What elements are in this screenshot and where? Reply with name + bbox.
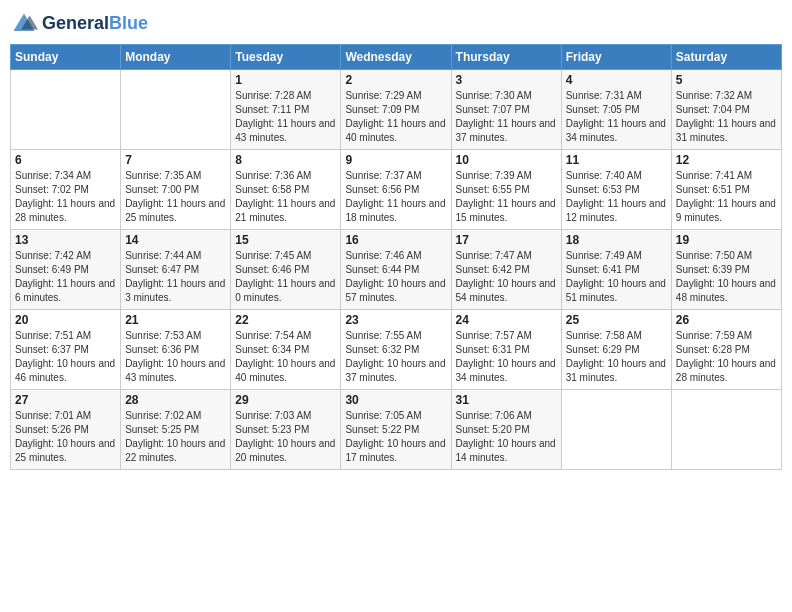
- day-number: 6: [15, 153, 116, 167]
- day-number: 19: [676, 233, 777, 247]
- day-number: 1: [235, 73, 336, 87]
- day-number: 8: [235, 153, 336, 167]
- day-info: Sunrise: 7:40 AM Sunset: 6:53 PM Dayligh…: [566, 169, 667, 225]
- weekday-header-sunday: Sunday: [11, 45, 121, 70]
- calendar-cell: 16Sunrise: 7:46 AM Sunset: 6:44 PM Dayli…: [341, 230, 451, 310]
- day-number: 18: [566, 233, 667, 247]
- calendar-cell: 20Sunrise: 7:51 AM Sunset: 6:37 PM Dayli…: [11, 310, 121, 390]
- day-info: Sunrise: 7:31 AM Sunset: 7:05 PM Dayligh…: [566, 89, 667, 145]
- day-number: 27: [15, 393, 116, 407]
- day-info: Sunrise: 7:47 AM Sunset: 6:42 PM Dayligh…: [456, 249, 557, 305]
- day-number: 15: [235, 233, 336, 247]
- calendar-cell: [11, 70, 121, 150]
- day-info: Sunrise: 7:34 AM Sunset: 7:02 PM Dayligh…: [15, 169, 116, 225]
- calendar-cell: 2Sunrise: 7:29 AM Sunset: 7:09 PM Daylig…: [341, 70, 451, 150]
- calendar-cell: 11Sunrise: 7:40 AM Sunset: 6:53 PM Dayli…: [561, 150, 671, 230]
- day-number: 7: [125, 153, 226, 167]
- calendar-body: 1Sunrise: 7:28 AM Sunset: 7:11 PM Daylig…: [11, 70, 782, 470]
- day-info: Sunrise: 7:06 AM Sunset: 5:20 PM Dayligh…: [456, 409, 557, 465]
- weekday-header-tuesday: Tuesday: [231, 45, 341, 70]
- calendar-cell: 25Sunrise: 7:58 AM Sunset: 6:29 PM Dayli…: [561, 310, 671, 390]
- calendar-cell: 27Sunrise: 7:01 AM Sunset: 5:26 PM Dayli…: [11, 390, 121, 470]
- calendar-cell: 29Sunrise: 7:03 AM Sunset: 5:23 PM Dayli…: [231, 390, 341, 470]
- calendar-cell: 31Sunrise: 7:06 AM Sunset: 5:20 PM Dayli…: [451, 390, 561, 470]
- calendar-week-3: 13Sunrise: 7:42 AM Sunset: 6:49 PM Dayli…: [11, 230, 782, 310]
- day-info: Sunrise: 7:01 AM Sunset: 5:26 PM Dayligh…: [15, 409, 116, 465]
- day-info: Sunrise: 7:30 AM Sunset: 7:07 PM Dayligh…: [456, 89, 557, 145]
- calendar-week-5: 27Sunrise: 7:01 AM Sunset: 5:26 PM Dayli…: [11, 390, 782, 470]
- calendar-cell: 17Sunrise: 7:47 AM Sunset: 6:42 PM Dayli…: [451, 230, 561, 310]
- day-info: Sunrise: 7:50 AM Sunset: 6:39 PM Dayligh…: [676, 249, 777, 305]
- day-number: 4: [566, 73, 667, 87]
- calendar-header: SundayMondayTuesdayWednesdayThursdayFrid…: [11, 45, 782, 70]
- day-number: 3: [456, 73, 557, 87]
- day-number: 28: [125, 393, 226, 407]
- day-info: Sunrise: 7:57 AM Sunset: 6:31 PM Dayligh…: [456, 329, 557, 385]
- day-info: Sunrise: 7:41 AM Sunset: 6:51 PM Dayligh…: [676, 169, 777, 225]
- day-info: Sunrise: 7:53 AM Sunset: 6:36 PM Dayligh…: [125, 329, 226, 385]
- calendar-cell: 21Sunrise: 7:53 AM Sunset: 6:36 PM Dayli…: [121, 310, 231, 390]
- weekday-header-friday: Friday: [561, 45, 671, 70]
- calendar-cell: 22Sunrise: 7:54 AM Sunset: 6:34 PM Dayli…: [231, 310, 341, 390]
- calendar-cell: 15Sunrise: 7:45 AM Sunset: 6:46 PM Dayli…: [231, 230, 341, 310]
- weekday-header-wednesday: Wednesday: [341, 45, 451, 70]
- day-info: Sunrise: 7:55 AM Sunset: 6:32 PM Dayligh…: [345, 329, 446, 385]
- calendar-cell: [671, 390, 781, 470]
- day-info: Sunrise: 7:39 AM Sunset: 6:55 PM Dayligh…: [456, 169, 557, 225]
- day-info: Sunrise: 7:28 AM Sunset: 7:11 PM Dayligh…: [235, 89, 336, 145]
- weekday-header-row: SundayMondayTuesdayWednesdayThursdayFrid…: [11, 45, 782, 70]
- day-number: 10: [456, 153, 557, 167]
- calendar-table: SundayMondayTuesdayWednesdayThursdayFrid…: [10, 44, 782, 470]
- calendar-week-1: 1Sunrise: 7:28 AM Sunset: 7:11 PM Daylig…: [11, 70, 782, 150]
- day-info: Sunrise: 7:49 AM Sunset: 6:41 PM Dayligh…: [566, 249, 667, 305]
- day-number: 22: [235, 313, 336, 327]
- day-info: Sunrise: 7:44 AM Sunset: 6:47 PM Dayligh…: [125, 249, 226, 305]
- calendar-cell: 8Sunrise: 7:36 AM Sunset: 6:58 PM Daylig…: [231, 150, 341, 230]
- day-number: 29: [235, 393, 336, 407]
- day-number: 21: [125, 313, 226, 327]
- page-header: GeneralBlue: [10, 10, 782, 38]
- day-info: Sunrise: 7:02 AM Sunset: 5:25 PM Dayligh…: [125, 409, 226, 465]
- calendar-cell: 3Sunrise: 7:30 AM Sunset: 7:07 PM Daylig…: [451, 70, 561, 150]
- calendar-cell: [561, 390, 671, 470]
- calendar-week-4: 20Sunrise: 7:51 AM Sunset: 6:37 PM Dayli…: [11, 310, 782, 390]
- day-info: Sunrise: 7:36 AM Sunset: 6:58 PM Dayligh…: [235, 169, 336, 225]
- day-number: 16: [345, 233, 446, 247]
- calendar-cell: 30Sunrise: 7:05 AM Sunset: 5:22 PM Dayli…: [341, 390, 451, 470]
- day-number: 20: [15, 313, 116, 327]
- calendar-cell: 26Sunrise: 7:59 AM Sunset: 6:28 PM Dayli…: [671, 310, 781, 390]
- calendar-cell: 6Sunrise: 7:34 AM Sunset: 7:02 PM Daylig…: [11, 150, 121, 230]
- day-info: Sunrise: 7:37 AM Sunset: 6:56 PM Dayligh…: [345, 169, 446, 225]
- day-number: 12: [676, 153, 777, 167]
- calendar-cell: 18Sunrise: 7:49 AM Sunset: 6:41 PM Dayli…: [561, 230, 671, 310]
- weekday-header-saturday: Saturday: [671, 45, 781, 70]
- calendar-cell: 10Sunrise: 7:39 AM Sunset: 6:55 PM Dayli…: [451, 150, 561, 230]
- day-number: 23: [345, 313, 446, 327]
- day-number: 2: [345, 73, 446, 87]
- day-number: 31: [456, 393, 557, 407]
- day-info: Sunrise: 7:45 AM Sunset: 6:46 PM Dayligh…: [235, 249, 336, 305]
- day-info: Sunrise: 7:29 AM Sunset: 7:09 PM Dayligh…: [345, 89, 446, 145]
- calendar-cell: 9Sunrise: 7:37 AM Sunset: 6:56 PM Daylig…: [341, 150, 451, 230]
- calendar-cell: 19Sunrise: 7:50 AM Sunset: 6:39 PM Dayli…: [671, 230, 781, 310]
- weekday-header-monday: Monday: [121, 45, 231, 70]
- day-info: Sunrise: 7:05 AM Sunset: 5:22 PM Dayligh…: [345, 409, 446, 465]
- calendar-cell: 13Sunrise: 7:42 AM Sunset: 6:49 PM Dayli…: [11, 230, 121, 310]
- day-info: Sunrise: 7:51 AM Sunset: 6:37 PM Dayligh…: [15, 329, 116, 385]
- day-number: 26: [676, 313, 777, 327]
- weekday-header-thursday: Thursday: [451, 45, 561, 70]
- calendar-cell: 14Sunrise: 7:44 AM Sunset: 6:47 PM Dayli…: [121, 230, 231, 310]
- calendar-cell: 23Sunrise: 7:55 AM Sunset: 6:32 PM Dayli…: [341, 310, 451, 390]
- calendar-cell: 24Sunrise: 7:57 AM Sunset: 6:31 PM Dayli…: [451, 310, 561, 390]
- day-number: 13: [15, 233, 116, 247]
- calendar-cell: 7Sunrise: 7:35 AM Sunset: 7:00 PM Daylig…: [121, 150, 231, 230]
- logo: GeneralBlue: [10, 10, 148, 38]
- calendar-cell: 28Sunrise: 7:02 AM Sunset: 5:25 PM Dayli…: [121, 390, 231, 470]
- calendar-week-2: 6Sunrise: 7:34 AM Sunset: 7:02 PM Daylig…: [11, 150, 782, 230]
- logo-icon: [10, 10, 38, 38]
- day-number: 11: [566, 153, 667, 167]
- calendar-cell: 1Sunrise: 7:28 AM Sunset: 7:11 PM Daylig…: [231, 70, 341, 150]
- day-info: Sunrise: 7:32 AM Sunset: 7:04 PM Dayligh…: [676, 89, 777, 145]
- day-number: 9: [345, 153, 446, 167]
- day-number: 30: [345, 393, 446, 407]
